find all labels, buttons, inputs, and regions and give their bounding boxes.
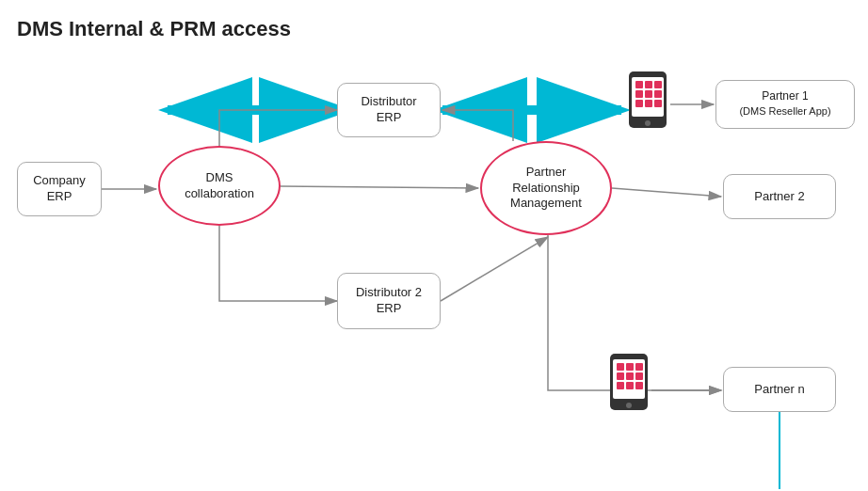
partner2-node: Partner 2 — [723, 174, 836, 219]
svg-rect-18 — [635, 90, 643, 98]
svg-point-36 — [626, 403, 632, 408]
svg-rect-27 — [617, 363, 624, 371]
prm-node: Partner Relationship Management — [480, 141, 612, 235]
dms-collab-label: DMS collaboration — [185, 170, 254, 202]
company-erp-label: Company ERP — [33, 173, 86, 205]
svg-line-7 — [281, 186, 478, 188]
page-title: DMS Internal & PRM access — [17, 17, 291, 41]
distributor2-erp-node: Distributor 2 ERP — [337, 273, 441, 329]
svg-rect-23 — [654, 100, 662, 107]
partner1-node: Partner 1 (DMS Reseller App) — [715, 80, 855, 129]
partner-n-label: Partner n — [754, 382, 804, 398]
partner-n-node: Partner n — [723, 367, 836, 412]
partner1-label: Partner 1 (DMS Reseller App) — [739, 89, 830, 119]
svg-point-24 — [645, 120, 651, 126]
svg-line-9 — [612, 188, 721, 197]
svg-rect-33 — [617, 382, 624, 389]
svg-rect-22 — [645, 100, 652, 107]
svg-rect-20 — [654, 90, 662, 98]
svg-rect-19 — [645, 90, 652, 98]
distributor-erp-node: Distributor ERP — [337, 83, 441, 137]
distributor2-erp-label: Distributor 2 ERP — [356, 285, 422, 317]
svg-line-8 — [441, 237, 548, 301]
distributor-erp-label: Distributor ERP — [361, 94, 416, 126]
svg-rect-15 — [635, 81, 643, 88]
svg-rect-21 — [635, 100, 643, 107]
svg-rect-34 — [626, 382, 634, 389]
dms-collab-node: DMS collaboration — [158, 146, 281, 226]
svg-rect-35 — [635, 382, 643, 389]
svg-rect-30 — [617, 372, 624, 380]
svg-rect-16 — [645, 81, 652, 88]
company-erp-node: Company ERP — [17, 162, 102, 216]
svg-rect-29 — [635, 363, 643, 371]
phone2-icon — [605, 350, 652, 414]
partner2-label: Partner 2 — [754, 189, 804, 205]
phone1-icon — [624, 68, 671, 132]
svg-rect-28 — [626, 363, 634, 371]
svg-rect-17 — [654, 81, 662, 88]
svg-rect-32 — [635, 372, 643, 380]
svg-rect-31 — [626, 372, 634, 380]
diagram-canvas — [0, 0, 868, 491]
prm-label: Partner Relationship Management — [510, 165, 582, 213]
